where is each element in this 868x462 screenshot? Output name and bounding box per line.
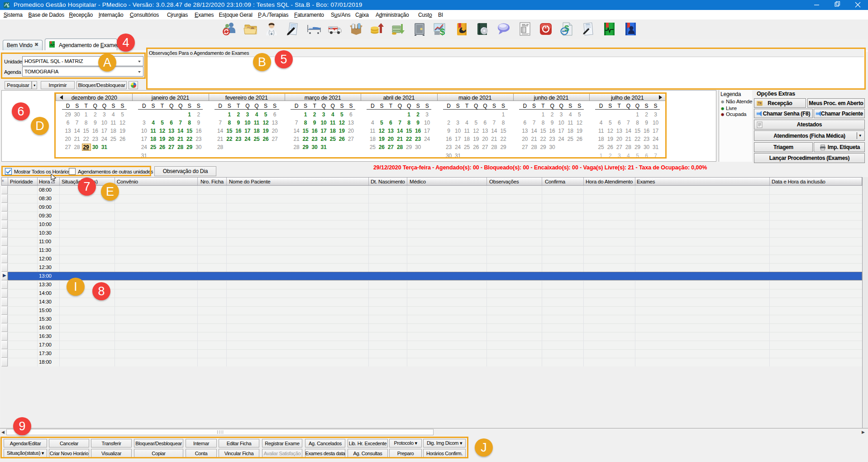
svg-text:$: $ — [440, 27, 445, 37]
